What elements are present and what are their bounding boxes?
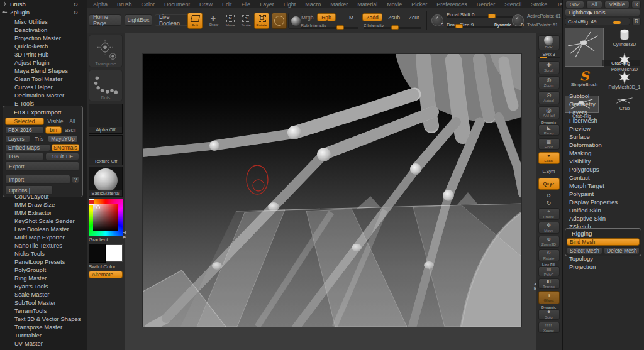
zplugin-item[interactable]: IMM Draw Size bbox=[0, 200, 87, 209]
menu-item[interactable]: Document bbox=[164, 1, 190, 8]
move-mode-button[interactable]: M Move bbox=[223, 13, 238, 29]
all-button[interactable]: All bbox=[586, 1, 602, 8]
mrgb-button[interactable]: Mrgb bbox=[298, 13, 314, 21]
tool-subpalette-item[interactable]: Subtool bbox=[563, 92, 644, 100]
delete-mesh-button[interactable]: Delete Mesh bbox=[604, 247, 640, 254]
fbx-import-button[interactable]: Import bbox=[5, 175, 70, 184]
tool-subpalette-item[interactable]: Deformation bbox=[563, 141, 644, 149]
menu-item[interactable]: Light bbox=[284, 1, 296, 8]
current-tool-slot[interactable]: Crab-Rig bbox=[565, 28, 604, 67]
tool-subpalette-item[interactable]: Adaptive Skin bbox=[563, 214, 644, 222]
fbx-tga-button[interactable]: TGA bbox=[5, 153, 44, 160]
brush-reload-icon[interactable]: ↻ bbox=[73, 1, 78, 8]
xpose-button[interactable]: ∷∷Xpose bbox=[538, 322, 560, 333]
zplugin-item[interactable]: Live Boolean Master bbox=[0, 225, 87, 233]
persp-button[interactable]: ◣Persp bbox=[538, 124, 560, 136]
zplugin-item[interactable]: IMM Extractor bbox=[0, 209, 87, 217]
brush-palette-header[interactable]: Brush ↻ bbox=[0, 0, 87, 8]
fbx-version-button[interactable]: FBX 2016 bbox=[5, 126, 44, 134]
gradient-button[interactable]: Gradient bbox=[89, 237, 123, 243]
home-page-button[interactable]: Home Page bbox=[89, 14, 121, 26]
menu-item[interactable]: Layer bbox=[260, 1, 274, 8]
tool-subpalette-item[interactable]: Projection bbox=[563, 263, 644, 271]
spix-handle[interactable] bbox=[540, 57, 547, 58]
tool-subpalette-item[interactable]: Preview bbox=[563, 124, 644, 133]
tool-subpalette-item[interactable]: Polypaint bbox=[563, 190, 644, 198]
sculptris-pro-button[interactable] bbox=[272, 13, 287, 29]
zadd-button[interactable]: Zadd bbox=[362, 13, 382, 21]
secondary-color-swatch[interactable] bbox=[106, 244, 123, 262]
m-button[interactable]: M bbox=[346, 13, 356, 21]
zplugin-item[interactable]: Curves Helper bbox=[0, 83, 87, 91]
menu-item[interactable]: Material bbox=[357, 1, 377, 8]
alpha-selector[interactable]: Alpha Off bbox=[89, 104, 123, 134]
menu-item[interactable]: Edit bbox=[222, 1, 232, 8]
focal-shift-slider[interactable]: Focal Shift 0 bbox=[447, 12, 522, 18]
z-intensity-slider[interactable]: Z Intensity bbox=[364, 23, 421, 30]
switchcolor-button[interactable]: SwitchColor bbox=[89, 264, 123, 270]
polyframe-button[interactable]: ▨PolyF bbox=[538, 266, 560, 276]
rotate-mode-button[interactable]: R Rotate bbox=[254, 13, 269, 29]
lightbox-button[interactable]: LightBox bbox=[125, 14, 152, 26]
zplugin-item[interactable]: KeyShot Scale Sender bbox=[0, 217, 87, 225]
draw-knob-icon[interactable]: D bbox=[512, 14, 524, 26]
select-mesh-button[interactable]: Select Mesh bbox=[567, 247, 602, 254]
tool-subpalette-item[interactable]: Contact bbox=[563, 173, 644, 182]
stroke-knob-icon[interactable]: S bbox=[431, 14, 443, 26]
main-color-swatch[interactable] bbox=[89, 244, 106, 263]
tool-subpalette-item[interactable]: Geometry bbox=[563, 100, 644, 108]
material-selector[interactable]: BasicMaterial bbox=[89, 167, 123, 197]
fbx-visible-button[interactable]: Visible bbox=[45, 118, 65, 125]
zplugin-item[interactable]: Nicks Tools bbox=[0, 249, 87, 258]
menu-item[interactable]: Movie bbox=[387, 1, 402, 8]
qxyz-button[interactable]: Qxyz bbox=[538, 178, 560, 190]
tool-subpalette-item[interactable]: Visibility bbox=[563, 157, 644, 165]
tool-slot-slider[interactable]: Crab-Rig. 49 bbox=[565, 18, 630, 25]
zplugin-item[interactable]: Transpose Master bbox=[0, 323, 87, 331]
live-boolean-button[interactable]: Live Boolean bbox=[155, 14, 192, 26]
lightbox-tools-bar[interactable]: Lightbox▶Tools bbox=[565, 9, 640, 16]
tool-cylinder3d[interactable]: Cylinder3D bbox=[607, 28, 642, 47]
color-picker[interactable] bbox=[89, 199, 123, 236]
zplugin-item[interactable]: GoUVLayout bbox=[0, 192, 87, 200]
lsym-button[interactable]: L.Sym bbox=[538, 166, 560, 176]
zplugin-item[interactable]: Ryan's Tools bbox=[0, 282, 87, 290]
rgb-button[interactable]: Rgb bbox=[317, 13, 336, 21]
menu-item[interactable]: Color bbox=[142, 1, 155, 8]
fbx-layers-button[interactable]: Layers bbox=[5, 135, 30, 143]
fbx-all-button[interactable]: All bbox=[67, 118, 78, 125]
zplugin-item[interactable]: TerrainTools bbox=[0, 307, 87, 315]
zplugin-item[interactable]: 3D Print Hub bbox=[0, 50, 87, 58]
fbx-help-button[interactable]: ? bbox=[72, 176, 79, 183]
zplugin-item[interactable]: Scale Master bbox=[0, 290, 87, 298]
menu-item[interactable]: Marker bbox=[330, 1, 348, 8]
local-button[interactable]: ●Local bbox=[538, 152, 560, 164]
tool-subpalette-item[interactable]: Polygroups bbox=[563, 165, 644, 173]
fbx-tris-button[interactable]: Tris bbox=[31, 135, 47, 143]
focal-shift-handle[interactable] bbox=[488, 14, 496, 18]
transpose-stroke-button[interactable]: Transpose bbox=[89, 35, 123, 67]
zsub-button[interactable]: Zsub bbox=[385, 13, 402, 21]
bpr-render-button[interactable]: BPR bbox=[538, 35, 560, 50]
aahalf-button[interactable]: ◎AAHalf bbox=[538, 106, 560, 119]
tool-polymesh3d[interactable]: PolyMesh3D bbox=[607, 53, 642, 72]
tool-subpalette-item[interactable]: Layers bbox=[563, 108, 644, 116]
visible-button[interactable]: Visible bbox=[604, 1, 630, 8]
rgb-intensity-handle[interactable] bbox=[336, 25, 344, 30]
fbx-mayayup-button[interactable]: MayaYUp bbox=[48, 135, 78, 143]
zplugin-item[interactable]: Maya Blend Shapes bbox=[0, 67, 87, 75]
rotate-3d-button[interactable]: ↻Rotate bbox=[538, 249, 560, 261]
solo-button[interactable]: ⚫Solo bbox=[538, 309, 560, 320]
menu-item[interactable]: Render bbox=[477, 1, 496, 8]
zplugin-item[interactable]: Clean Tool Master bbox=[0, 75, 87, 83]
frame-button[interactable]: ⌖Frame bbox=[538, 208, 560, 220]
tool-polymesh3d-1[interactable]: PolyMesh3D_1 bbox=[607, 70, 642, 90]
sculpt-viewport[interactable] bbox=[142, 53, 522, 327]
stroke-dots-button[interactable]: Dots bbox=[89, 70, 123, 101]
scroll-button[interactable]: ✚Scroll bbox=[538, 61, 560, 74]
r-button-top[interactable]: R bbox=[631, 1, 641, 8]
bind-mesh-button[interactable]: Bind Mesh bbox=[567, 238, 640, 246]
zplugin-item[interactable]: PanelLoop Presets bbox=[0, 258, 87, 266]
fbx-export-button[interactable]: Export bbox=[5, 161, 79, 171]
tool-subpalette-item[interactable]: Topology bbox=[563, 254, 644, 263]
